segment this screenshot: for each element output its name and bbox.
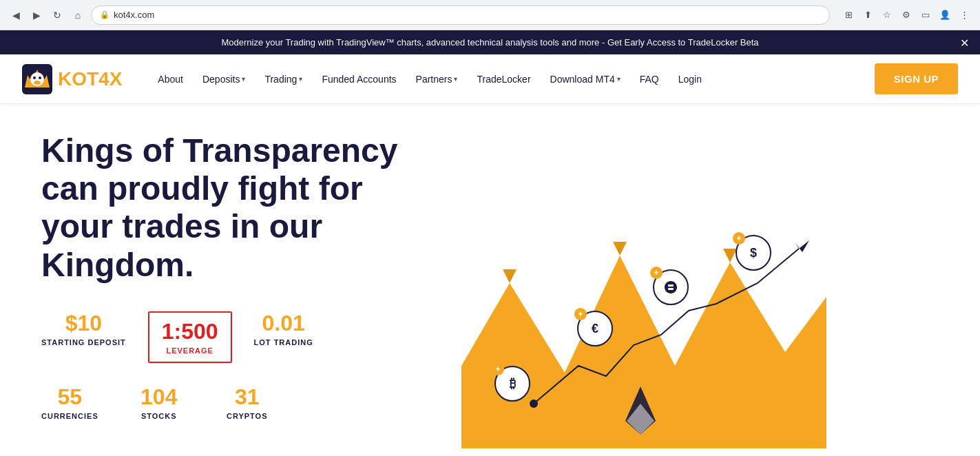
signup-button[interactable]: SIGN UP: [875, 63, 958, 94]
stat-value: 0.01: [254, 311, 313, 335]
banner-text: Modernize your Trading with TradingView™…: [221, 37, 758, 48]
stats-row-2: 55 CURRENCIES 104 STOCKS 31 CRYPTOS: [41, 385, 427, 420]
lock-icon: 🔒: [100, 10, 110, 19]
stat-item-stocks: 104 STOCKS: [132, 385, 187, 420]
stat-value: 55: [41, 385, 98, 409]
nav-item-tradelocker[interactable]: TradeLocker: [468, 68, 539, 90]
stat-value: $10: [41, 311, 126, 335]
address-bar[interactable]: 🔒 kot4x.com: [91, 6, 830, 25]
stat-value: 104: [132, 385, 187, 409]
nav-item-partners[interactable]: Partners▾: [408, 68, 466, 90]
stat-label: STARTING DEPOSIT: [41, 338, 126, 346]
stats-row-1: $10 STARTING DEPOSIT 1:500 LEVERAGE 0.01…: [41, 311, 427, 363]
stat-item-cryptos: 31 CRYPTOS: [220, 385, 275, 420]
stat-value: 1:500: [162, 320, 218, 344]
share-icon[interactable]: ⬆: [860, 8, 875, 23]
svg-point-3: [33, 76, 36, 79]
nav-item-download-mt4[interactable]: Download MT4▾: [542, 68, 629, 90]
chevron-down-icon: ▾: [299, 75, 302, 83]
stat-label: STOCKS: [132, 412, 187, 420]
profile-icon[interactable]: 👤: [937, 8, 952, 23]
nav-item-login[interactable]: Login: [670, 68, 710, 90]
top-banner: Modernize your Trading with TradingView™…: [0, 30, 980, 54]
svg-marker-11: [723, 249, 737, 262]
coin-ripple: +: [653, 269, 689, 305]
stat-label: CURRENCIES: [41, 412, 98, 420]
logo[interactable]: KOT4X: [22, 64, 122, 94]
nav-item-about[interactable]: About: [149, 68, 191, 90]
logo-text: KOT4X: [58, 68, 122, 90]
back-button[interactable]: ◀: [8, 8, 23, 23]
stat-item-leverage: 1:500 LEVERAGE: [148, 311, 232, 363]
coin-euro: + €: [577, 311, 613, 346]
browser-chrome: ◀ ▶ ↻ ⌂ 🔒 kot4x.com ⊞ ⬆ ☆ ⚙ ▭ 👤 ⋮: [0, 0, 980, 30]
nav-item-trading[interactable]: Trading▾: [256, 68, 311, 90]
stat-item-starting-deposit: $10 STARTING DEPOSIT: [41, 311, 126, 346]
hero-title: Kings of Transparency can proudly fight …: [41, 132, 427, 284]
home-button[interactable]: ⌂: [70, 8, 85, 23]
chevron-down-icon: ▾: [617, 75, 621, 83]
main-content: Kings of Transparency can proudly fight …: [0, 104, 980, 455]
tab-icon[interactable]: ▭: [918, 8, 933, 23]
stat-item-lot-trading: 0.01 LOT TRADING: [254, 311, 313, 346]
reload-button[interactable]: ↻: [50, 8, 65, 23]
stat-item-currencies: 55 CURRENCIES: [41, 385, 98, 420]
left-content: Kings of Transparency can proudly fight …: [41, 132, 427, 420]
banner-close-button[interactable]: ✕: [960, 36, 969, 49]
hero-illustration: + $ + + € + ₿: [427, 132, 826, 448]
stat-label: LEVERAGE: [162, 346, 218, 355]
menu-icon[interactable]: ⋮: [957, 8, 972, 23]
forward-button[interactable]: ▶: [29, 8, 44, 23]
chevron-down-icon: ▾: [242, 75, 245, 83]
chevron-down-icon: ▾: [454, 75, 457, 83]
svg-marker-9: [503, 269, 517, 283]
main-nav: AboutDeposits▾Trading▾Funded AccountsPar…: [149, 68, 874, 90]
crown-svg: [441, 159, 840, 448]
nav-item-funded-accounts[interactable]: Funded Accounts: [313, 68, 404, 90]
bookmark-icon[interactable]: ☆: [879, 8, 895, 23]
stat-label: LOT TRADING: [254, 338, 313, 346]
screenshot-icon[interactable]: ⊞: [841, 8, 856, 23]
svg-point-4: [39, 76, 41, 79]
url-text: kot4x.com: [114, 10, 154, 20]
site-header: KOT4X AboutDeposits▾Trading▾Funded Accou…: [0, 54, 980, 104]
nav-item-deposits[interactable]: Deposits▾: [194, 68, 253, 90]
extensions-icon[interactable]: ⚙: [899, 8, 914, 23]
logo-icon: [22, 64, 52, 94]
coin-bitcoin: + ₿: [494, 366, 530, 402]
svg-marker-10: [613, 242, 627, 256]
stat-label: CRYPTOS: [220, 412, 275, 420]
coin-dollar: + $: [736, 235, 771, 271]
svg-point-5: [34, 81, 41, 85]
nav-item-faq[interactable]: FAQ: [632, 68, 667, 90]
stat-value: 31: [220, 385, 275, 409]
